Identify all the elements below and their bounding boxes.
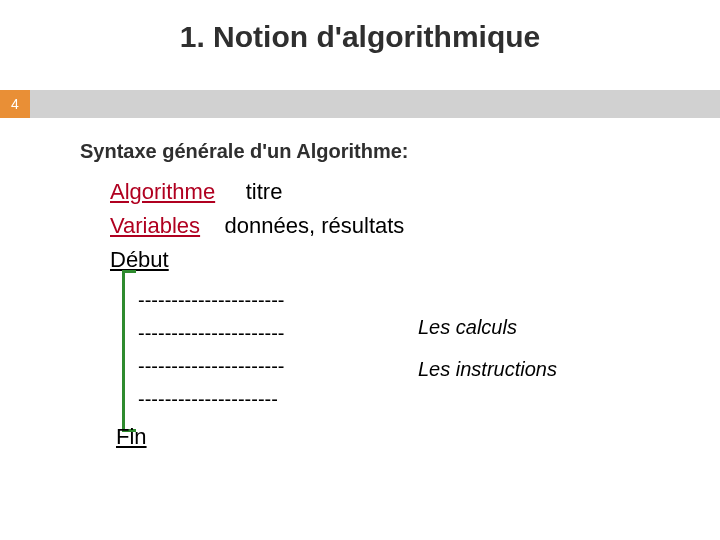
algo-vars-text: données, résultats [225, 213, 405, 238]
note-instructions: Les instructions [418, 358, 557, 381]
pagenum-bar-rest [30, 90, 720, 118]
pagenum-bar: 4 [0, 90, 720, 118]
kw-variables: Variables [110, 209, 200, 243]
dash-line: ---------------------- [138, 350, 285, 383]
kw-algorithme: Algorithme [110, 175, 215, 209]
dash-line: ---------------------- [138, 284, 285, 317]
algorithm-body: Algorithme titre Variables données, résu… [110, 175, 680, 277]
page-number-box: 4 [0, 90, 30, 118]
algo-title-word: titre [246, 179, 283, 204]
dash-line: ---------------------- [138, 317, 285, 350]
green-bracket [122, 270, 136, 432]
slide-title: 1. Notion d'algorithmique [0, 20, 720, 54]
subtitle: Syntaxe générale d'un Algorithme: [80, 140, 409, 163]
dash-line: --------------------- [138, 383, 285, 416]
kw-fin: Fin [116, 424, 147, 450]
note-calculs: Les calculs [418, 316, 517, 339]
kw-debut: Début [110, 243, 169, 277]
dashes-block: ---------------------- -----------------… [138, 284, 285, 416]
